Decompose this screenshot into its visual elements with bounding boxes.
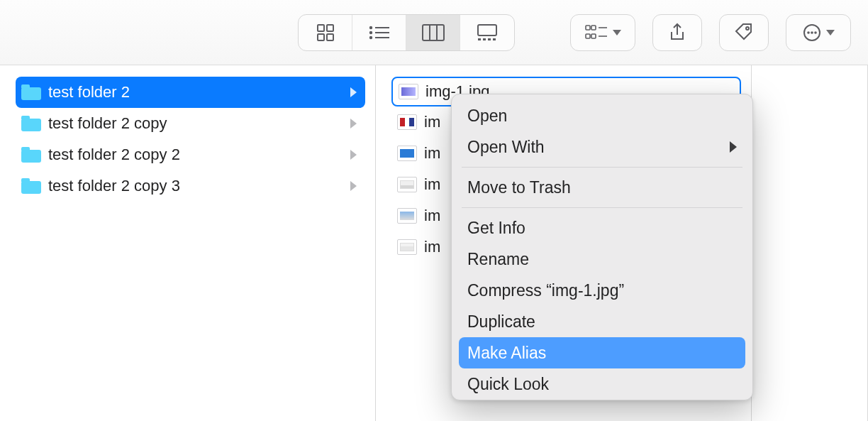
view-mode-group — [298, 14, 515, 51]
folder-icon — [21, 84, 41, 100]
svg-rect-10 — [423, 25, 444, 40]
ctx-duplicate[interactable]: Duplicate — [452, 306, 752, 337]
svg-rect-0 — [318, 25, 324, 31]
svg-rect-17 — [493, 38, 496, 40]
folder-row[interactable]: test folder 2 copy 3 — [16, 170, 365, 202]
preview-column — [752, 65, 868, 421]
ctx-rename[interactable]: Rename — [452, 244, 752, 275]
share-button[interactable] — [652, 14, 702, 51]
svg-rect-3 — [327, 34, 333, 40]
file-thumbnail — [397, 146, 417, 161]
gallery-view-button[interactable] — [460, 15, 514, 50]
chevron-right-icon — [350, 181, 357, 191]
svg-rect-14 — [478, 38, 481, 40]
chevron-right-icon — [350, 87, 357, 97]
svg-rect-19 — [591, 26, 596, 30]
actions-button[interactable] — [786, 14, 851, 51]
ctx-open-with[interactable]: Open With — [452, 131, 752, 163]
tags-button[interactable] — [719, 14, 769, 51]
ctx-quick-look[interactable]: Quick Look — [452, 368, 752, 400]
svg-rect-1 — [327, 25, 333, 31]
svg-rect-21 — [591, 34, 596, 38]
file-thumbnail — [397, 239, 417, 255]
svg-rect-16 — [488, 38, 491, 40]
folder-icon — [21, 116, 41, 131]
svg-rect-2 — [318, 34, 324, 40]
svg-point-27 — [811, 31, 813, 34]
svg-rect-20 — [586, 34, 590, 38]
folder-label: test folder 2 — [48, 83, 343, 102]
ctx-move-to-trash[interactable]: Move to Trash — [452, 172, 752, 203]
chevron-right-icon — [350, 119, 357, 129]
icon-view-button[interactable] — [299, 15, 352, 50]
folder-column-1: test folder 2test folder 2 copytest fold… — [0, 65, 376, 421]
chevron-down-icon — [826, 30, 835, 35]
group-by-button[interactable] — [570, 14, 635, 51]
svg-point-4 — [369, 26, 371, 28]
menu-separator — [462, 207, 742, 208]
ctx-make-alias[interactable]: Make Alias — [459, 337, 745, 368]
chevron-right-icon — [350, 150, 357, 160]
ctx-compress[interactable]: Compress “img-1.jpg” — [452, 275, 752, 306]
folder-label: test folder 2 copy — [48, 114, 343, 133]
chevron-right-icon — [730, 141, 737, 153]
svg-rect-15 — [483, 38, 486, 40]
file-thumbnail — [397, 114, 417, 130]
svg-point-28 — [814, 31, 817, 34]
ctx-get-info[interactable]: Get Info — [452, 212, 752, 244]
folder-row[interactable]: test folder 2 copy 2 — [16, 139, 365, 170]
list-view-button[interactable] — [352, 15, 406, 50]
folder-label: test folder 2 copy 2 — [48, 146, 343, 164]
folder-row[interactable]: test folder 2 — [16, 77, 365, 108]
folder-icon — [21, 178, 41, 194]
svg-rect-18 — [586, 26, 590, 30]
file-thumbnail — [397, 208, 417, 224]
ctx-open[interactable]: Open — [452, 100, 752, 131]
chevron-down-icon — [613, 30, 621, 35]
folder-row[interactable]: test folder 2 copy — [16, 108, 365, 139]
context-menu: Open Open With Move to Trash Get Info Re… — [451, 94, 753, 400]
folder-icon — [21, 147, 41, 163]
file-thumbnail — [397, 177, 417, 192]
toolbar — [0, 0, 868, 65]
svg-point-24 — [746, 27, 749, 30]
menu-separator — [462, 167, 742, 168]
svg-point-6 — [369, 31, 371, 33]
svg-point-8 — [369, 36, 371, 38]
svg-rect-13 — [478, 25, 496, 35]
folder-label: test folder 2 copy 3 — [48, 177, 343, 195]
file-thumbnail — [399, 84, 418, 99]
column-view-button[interactable] — [406, 15, 460, 50]
svg-point-26 — [807, 31, 810, 34]
